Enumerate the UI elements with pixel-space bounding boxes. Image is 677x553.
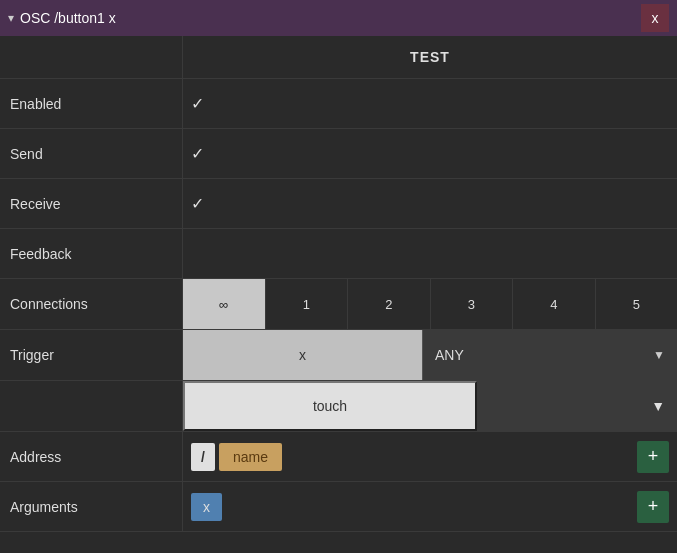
touch-combined: touch ▼ [183,381,677,431]
connections-row: Connections ∞ 1 2 3 4 5 [0,279,677,330]
connection-btn-1[interactable]: 1 [266,279,349,329]
trigger-x-button[interactable]: x [183,330,423,380]
enabled-content: ✓ [183,79,677,128]
connection-btn-2[interactable]: 2 [348,279,431,329]
address-slash-button[interactable]: / [191,443,215,471]
connection-btn-3[interactable]: 3 [431,279,514,329]
send-check: ✓ [191,144,204,163]
feedback-label: Feedback [0,229,183,278]
enabled-row: Enabled ✓ [0,79,677,129]
touch-dropdown-arrow-icon: ▼ [651,398,665,414]
touch-row: touch ▼ [0,381,677,432]
connections-content: ∞ 1 2 3 4 5 [183,279,677,329]
enabled-label: Enabled [0,79,183,128]
receive-check: ✓ [191,194,204,213]
arguments-content: x + [183,482,677,531]
title-bar: ▾ OSC /button1 x x [0,0,677,36]
test-content: TEST [183,36,677,78]
trigger-any-dropdown[interactable]: ANY ▼ [423,330,677,380]
settings-grid: Enabled ✓ Send ✓ Receive ✓ [0,79,677,553]
test-button[interactable]: TEST [183,36,677,78]
close-button[interactable]: x [641,4,669,32]
address-content: / name + [183,432,677,481]
send-content: ✓ [183,129,677,178]
window-title: OSC /button1 x [20,10,641,26]
trigger-dropdown-arrow-icon: ▼ [653,348,665,362]
test-spacer [0,36,183,78]
trigger-row: Trigger x ANY ▼ [0,330,677,381]
feedback-row: Feedback [0,229,677,279]
connection-btn-5[interactable]: 5 [596,279,678,329]
enabled-check: ✓ [191,94,204,113]
trigger-label: Trigger [0,330,183,380]
receive-label: Receive [0,179,183,228]
chevron-icon: ▾ [8,11,14,25]
test-row: TEST [0,36,677,79]
send-row: Send ✓ [0,129,677,179]
touch-content: touch ▼ [183,381,677,431]
address-row: Address / name + [0,432,677,482]
connection-btn-4[interactable]: 4 [513,279,596,329]
touch-button[interactable]: touch [183,381,477,431]
address-plus-button[interactable]: + [637,441,669,473]
arguments-plus-button[interactable]: + [637,491,669,523]
touch-dropdown[interactable]: ▼ [477,381,677,431]
window-content: TEST Enabled ✓ Send ✓ Receive [0,36,677,553]
arguments-label: Arguments [0,482,183,531]
arguments-x-tag[interactable]: x [191,493,222,521]
receive-content: ✓ [183,179,677,228]
connections-label: Connections [0,279,183,329]
receive-row: Receive ✓ [0,179,677,229]
feedback-content [183,229,677,278]
address-label: Address [0,432,183,481]
address-name-tag[interactable]: name [219,443,282,471]
arguments-row: Arguments x + [0,482,677,532]
touch-spacer [0,381,183,431]
send-label: Send [0,129,183,178]
connection-btn-infinity[interactable]: ∞ [183,279,266,329]
osc-window: ▾ OSC /button1 x x TEST Enabled ✓ Send [0,0,677,553]
trigger-any-label: ANY [435,347,464,363]
trigger-content: x ANY ▼ [183,330,677,380]
